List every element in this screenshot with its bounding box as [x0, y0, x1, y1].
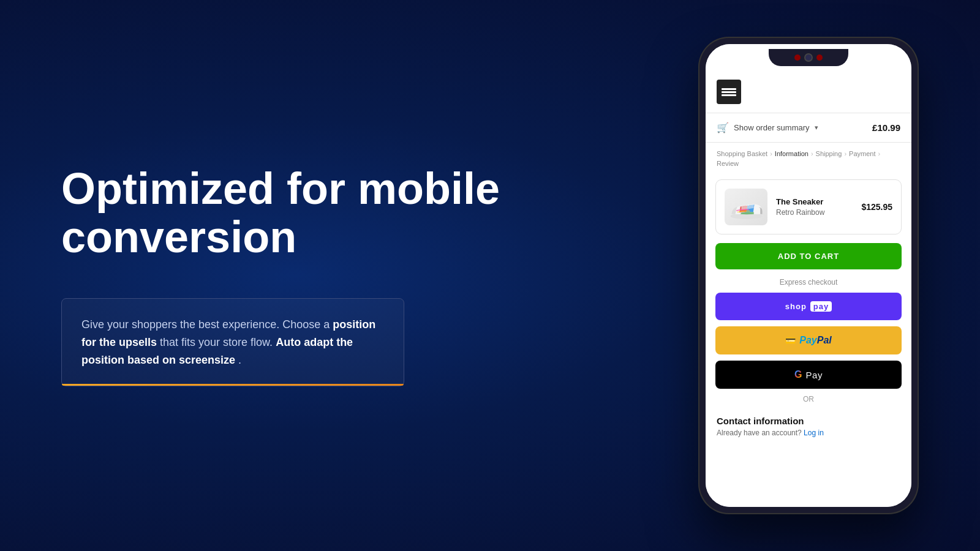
add-to-cart-button[interactable]: ADD TO CART: [715, 243, 902, 269]
order-summary-bar[interactable]: 🛒 Show order summary ▾ £10.99: [706, 113, 911, 143]
breadcrumb-information[interactable]: Information: [775, 150, 809, 157]
shop-pay-logo: shop: [785, 302, 807, 311]
product-variant: Retro Rainbow: [776, 208, 853, 217]
breadcrumb-sep-4: ›: [878, 150, 880, 157]
breadcrumb: Shopping Basket › Information › Shipping…: [706, 143, 911, 171]
right-section: 🛒 Show order summary ▾ £10.99 Shopping B…: [674, 0, 980, 551]
product-name: The Sneaker: [776, 197, 853, 206]
product-price: $125.95: [861, 202, 892, 212]
description-text: Give your shoppers the best experience. …: [81, 316, 384, 369]
paypal-text: PayPal: [799, 335, 831, 346]
paypal-button[interactable]: 💳 PayPal: [715, 326, 902, 354]
product-image: [725, 189, 767, 225]
breadcrumb-shipping[interactable]: Shipping: [816, 150, 842, 157]
breadcrumb-payment[interactable]: Payment: [849, 150, 875, 157]
gpay-text: Pay: [806, 370, 823, 380]
express-checkout-label: Express checkout: [706, 278, 911, 287]
breadcrumb-shopping-basket[interactable]: Shopping Basket: [717, 150, 767, 157]
google-g-icon: G: [794, 369, 802, 380]
paypal-logo: 💳: [785, 335, 796, 345]
product-card: The Sneaker Retro Rainbow $125.95: [715, 179, 902, 234]
notch-dot-left: [794, 54, 801, 61]
contact-info-section: Contact information Already have an acco…: [706, 411, 911, 446]
product-info: The Sneaker Retro Rainbow: [776, 197, 853, 217]
contact-info-title: Contact information: [717, 416, 900, 426]
description-middle: that fits your store flow.: [160, 336, 276, 348]
sneaker-svg: [726, 192, 766, 222]
notch-dot-right: [816, 54, 823, 61]
logo-line-1: [722, 88, 736, 90]
phone-screen: 🛒 Show order summary ▾ £10.99 Shopping B…: [706, 44, 911, 507]
phone-mockup: 🛒 Show order summary ▾ £10.99 Shopping B…: [698, 37, 919, 514]
breadcrumb-sep-2: ›: [811, 150, 813, 157]
shop-pay-text: pay: [810, 301, 832, 312]
notch-camera: [804, 53, 813, 62]
phone-notch-bar: [706, 44, 911, 71]
description-box: Give your shoppers the best experience. …: [61, 298, 404, 386]
breadcrumb-sep-1: ›: [770, 150, 772, 157]
order-price: £10.99: [872, 122, 900, 133]
headline: Optimized for mobile conversion: [61, 165, 625, 261]
description-plain: Give your shoppers the best experience. …: [81, 318, 333, 331]
screen-content: 🛒 Show order summary ▾ £10.99 Shopping B…: [706, 71, 911, 507]
logo-line-2: [722, 91, 736, 93]
store-header: [706, 71, 911, 113]
shop-pay-button[interactable]: shop pay: [715, 293, 902, 320]
login-link[interactable]: Log in: [804, 429, 824, 437]
order-summary-label: Show order summary: [734, 123, 810, 132]
or-divider: OR: [706, 395, 911, 403]
phone-notch: [769, 49, 848, 66]
cart-icon: 🛒: [717, 122, 729, 133]
breadcrumb-review[interactable]: Review: [717, 160, 739, 167]
contact-info-sub: Already have an account? Log in: [717, 429, 900, 437]
chevron-down-icon: ▾: [815, 124, 818, 132]
google-pay-button[interactable]: G Pay: [715, 361, 902, 389]
description-end: .: [238, 354, 241, 366]
order-summary-left: 🛒 Show order summary ▾: [717, 122, 818, 133]
contact-info-sub-text: Already have an account?: [717, 429, 802, 437]
breadcrumb-sep-3: ›: [844, 150, 846, 157]
left-section: Optimized for mobile conversion Give you…: [0, 0, 674, 551]
logo-line-3: [722, 94, 736, 96]
store-logo: [717, 80, 741, 104]
